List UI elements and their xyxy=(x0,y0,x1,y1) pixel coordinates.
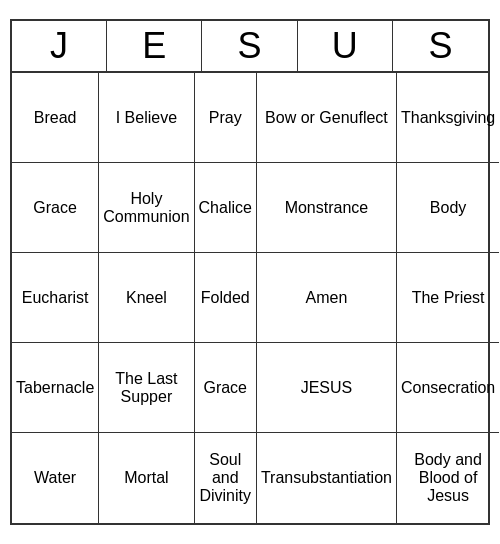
bingo-cell-11: Kneel xyxy=(99,253,194,343)
bingo-cell-21: Mortal xyxy=(99,433,194,523)
bingo-cell-23: Transubstantiation xyxy=(257,433,397,523)
bingo-cell-16: The Last Supper xyxy=(99,343,194,433)
header-letter: S xyxy=(393,21,488,71)
bingo-cell-1: I Believe xyxy=(99,73,194,163)
bingo-cell-15: Tabernacle xyxy=(12,343,99,433)
bingo-cell-12: Folded xyxy=(195,253,257,343)
header-letter: S xyxy=(202,21,297,71)
bingo-cell-0: Bread xyxy=(12,73,99,163)
bingo-cell-17: Grace xyxy=(195,343,257,433)
header-letter: J xyxy=(12,21,107,71)
bingo-cell-4: Thanksgiving xyxy=(397,73,499,163)
bingo-cell-20: Water xyxy=(12,433,99,523)
header-letter: U xyxy=(298,21,393,71)
bingo-cell-8: Monstrance xyxy=(257,163,397,253)
bingo-header: JESUS xyxy=(12,21,488,73)
bingo-card: JESUS BreadI BelievePrayBow or Genuflect… xyxy=(10,19,490,525)
bingo-cell-5: Grace xyxy=(12,163,99,253)
bingo-cell-18: JESUS xyxy=(257,343,397,433)
bingo-cell-10: Eucharist xyxy=(12,253,99,343)
bingo-cell-2: Pray xyxy=(195,73,257,163)
header-letter: E xyxy=(107,21,202,71)
bingo-grid: BreadI BelievePrayBow or GenuflectThanks… xyxy=(12,73,488,523)
bingo-cell-24: Body and Blood of Jesus xyxy=(397,433,499,523)
bingo-cell-7: Chalice xyxy=(195,163,257,253)
bingo-cell-14: The Priest xyxy=(397,253,499,343)
bingo-cell-6: Holy Communion xyxy=(99,163,194,253)
bingo-cell-19: Consecration xyxy=(397,343,499,433)
bingo-cell-3: Bow or Genuflect xyxy=(257,73,397,163)
bingo-cell-9: Body xyxy=(397,163,499,253)
bingo-cell-13: Amen xyxy=(257,253,397,343)
bingo-cell-22: Soul and Divinity xyxy=(195,433,257,523)
